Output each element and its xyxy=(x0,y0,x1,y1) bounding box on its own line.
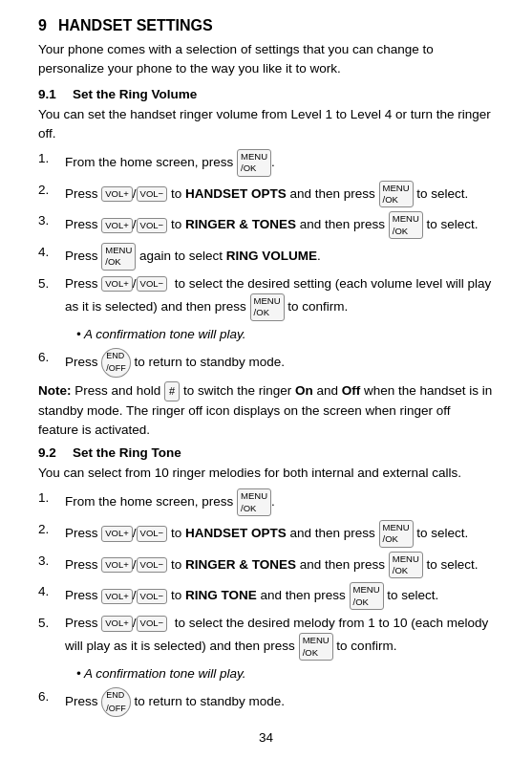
vol-plus-icon-92-2: VOL+ xyxy=(101,526,133,541)
section-92-title: 9.2 Set the Ring Tone xyxy=(38,445,494,460)
chapter-title: 9 HANDSET SETTINGS xyxy=(38,17,494,34)
chapter-intro: Your phone comes with a selection of set… xyxy=(38,40,494,79)
menu-ok-icon-4: MENU/OK xyxy=(101,243,136,271)
vol-plus-icon-92-4: VOL+ xyxy=(101,589,133,604)
section-91-num: 9.1 xyxy=(38,87,65,101)
vol-minus-icon-92-3: VOL− xyxy=(137,557,168,573)
vol-plus-icon-92-5: VOL+ xyxy=(101,616,133,631)
step-92-1: 1. From the home screen, press MENU/OK. xyxy=(38,488,494,516)
section-91-note: Note: Press and hold # to switch the rin… xyxy=(38,381,494,440)
menu-ok-icon-92-1: MENU/OK xyxy=(237,488,271,516)
menu-ok-icon-2: MENU/OK xyxy=(379,181,414,208)
page-number: 34 xyxy=(38,730,494,745)
section-91-desc: You can set the handset ringer volume fr… xyxy=(38,105,494,144)
step-92-4: 4. Press VOL+/VOL− to RING TONE and then… xyxy=(38,582,494,610)
section-92-bullet-list: A confirmation tone will play. xyxy=(76,664,494,683)
section-91-steps: 1. From the home screen, press MENU/OK. … xyxy=(38,149,494,321)
vol-minus-icon-2: VOL− xyxy=(137,186,168,202)
menu-ok-icon-92-3: MENU/OK xyxy=(389,552,423,579)
end-off-icon-92-6: END/OFF xyxy=(101,687,131,717)
vol-plus-icon-3: VOL+ xyxy=(101,218,133,233)
step-91-3: 3. Press VOL+/VOL− to RINGER & TONES and… xyxy=(38,211,494,239)
vol-minus-icon-5: VOL− xyxy=(137,276,168,292)
step-91-2: 2. Press VOL+/VOL− to HANDSET OPTS and t… xyxy=(38,181,494,208)
vol-minus-icon-3: VOL− xyxy=(137,218,168,233)
step-92-3: 3. Press VOL+/VOL− to RINGER & TONES and… xyxy=(38,552,494,579)
section-91-label: Set the Ring Volume xyxy=(73,87,197,101)
chapter-title-text: HANDSET SETTINGS xyxy=(58,17,213,34)
section-91-bullet: A confirmation tone will play. xyxy=(76,325,494,344)
section-92-step6-list: 6. Press END/OFF to return to standby mo… xyxy=(38,687,494,717)
section-92-bullet: A confirmation tone will play. xyxy=(76,664,494,683)
step-91-5: 5. Press VOL+/VOL− to select the desired… xyxy=(38,274,494,321)
section-91-bullet-list: A confirmation tone will play. xyxy=(76,325,494,344)
menu-ok-icon-3: MENU/OK xyxy=(389,211,423,239)
vol-minus-icon-92-2: VOL− xyxy=(137,526,168,541)
vol-plus-icon-5: VOL+ xyxy=(101,276,133,292)
menu-ok-icon-92-5: MENU/OK xyxy=(299,633,333,661)
menu-ok-icon-5: MENU/OK xyxy=(250,293,285,321)
step-92-6: 6. Press END/OFF to return to standby mo… xyxy=(38,687,494,717)
vol-plus-icon-92-3: VOL+ xyxy=(101,557,133,573)
menu-ok-icon-92-2: MENU/OK xyxy=(379,520,414,548)
section-91-title: 9.1 Set the Ring Volume xyxy=(38,87,494,101)
chapter-num: 9 xyxy=(38,17,47,34)
step-92-2: 2. Press VOL+/VOL− to HANDSET OPTS and t… xyxy=(38,520,494,548)
step-91-6: 6. Press END/OFF to return to standby mo… xyxy=(38,348,494,378)
vol-minus-icon-92-4: VOL− xyxy=(137,589,168,604)
vol-minus-icon-92-5: VOL− xyxy=(137,616,168,631)
step-92-5: 5. Press VOL+/VOL− to select the desired… xyxy=(38,614,494,661)
section-92-num: 9.2 xyxy=(38,445,65,460)
section-92-label: Set the Ring Tone xyxy=(73,445,181,460)
menu-ok-icon-92-4: MENU/OK xyxy=(350,582,384,610)
section-91-step6-list: 6. Press END/OFF to return to standby mo… xyxy=(38,348,494,378)
section-92-steps: 1. From the home screen, press MENU/OK. … xyxy=(38,488,494,661)
vol-plus-icon-2: VOL+ xyxy=(101,186,133,202)
step-91-1: 1. From the home screen, press MENU/OK. xyxy=(38,149,494,177)
step-91-4: 4. Press MENU/OK again to select RING VO… xyxy=(38,243,494,271)
menu-ok-icon-1: MENU/OK xyxy=(237,149,271,177)
end-off-icon-91-6: END/OFF xyxy=(101,348,131,378)
hash-icon: # xyxy=(164,381,180,401)
section-92-desc: You can select from 10 ringer melodies f… xyxy=(38,464,494,483)
